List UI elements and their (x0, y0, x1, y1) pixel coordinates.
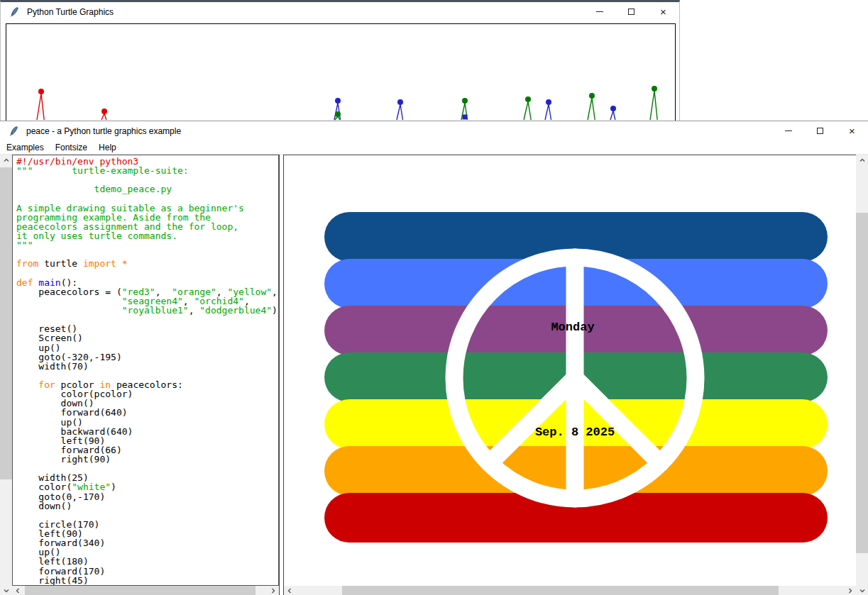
back-canvas (6, 23, 676, 121)
minimize-icon (596, 11, 603, 12)
turtle-figure (463, 115, 468, 120)
canvas-label: Monday (551, 321, 594, 334)
back-close-button[interactable]: × (647, 2, 679, 21)
chevron-left-icon (286, 587, 293, 594)
scroll-right-button[interactable] (268, 586, 279, 595)
front-minimize-button[interactable] (772, 121, 804, 140)
back-window: Python Turtle Graphics × (0, 0, 680, 121)
maximize-icon (628, 9, 634, 15)
turtle-figure (610, 106, 616, 120)
chevron-right-icon (847, 587, 854, 594)
front-window: peace - a Python turtle graphics example… (0, 121, 868, 595)
screen: Python Turtle Graphics × peace - a Pytho… (0, 0, 868, 595)
code-line: down() (16, 501, 278, 511)
back-maximize-button[interactable] (615, 2, 647, 21)
minimize-icon (785, 130, 792, 131)
code-line: """ (16, 240, 278, 250)
canvas-vscrollbar[interactable] (856, 155, 868, 595)
front-maximize-button[interactable] (804, 121, 836, 140)
code-vscroll-thumb[interactable] (0, 167, 12, 479)
turtle-figure (650, 86, 657, 120)
back-window-title: Python Turtle Graphics (27, 7, 114, 17)
back-window-titlebar[interactable]: Python Turtle Graphics × (1, 2, 679, 21)
close-icon: × (660, 6, 666, 17)
code-vscrollbar[interactable] (0, 155, 12, 595)
chevron-up-icon (3, 157, 10, 164)
chevron-up-icon (859, 157, 866, 164)
turtle-figure (37, 89, 44, 120)
code-hscroll-thumb[interactable] (25, 586, 256, 595)
chevron-right-icon (270, 587, 277, 594)
close-icon: × (849, 126, 855, 136)
scroll-left-button[interactable] (284, 586, 295, 595)
back-canvas-drawing (6, 24, 675, 121)
scroll-down-button[interactable] (856, 586, 868, 595)
tk-feather-icon (9, 6, 20, 18)
chevron-left-icon (14, 587, 21, 594)
scroll-up-button[interactable] (0, 155, 12, 166)
canvas-hscroll-thumb[interactable] (342, 586, 779, 595)
turtle-figure (397, 99, 403, 120)
code-line: from turtle import * (16, 259, 278, 268)
turtle-figure (588, 93, 595, 120)
back-minimize-button[interactable] (583, 2, 615, 21)
canvas-hscrollbar[interactable] (284, 586, 856, 595)
canvas-vscroll-thumb[interactable] (856, 213, 868, 553)
canvas-label: Sep. 8 2025 (535, 426, 615, 439)
scroll-left-button[interactable] (12, 586, 23, 595)
scroll-down-button[interactable] (0, 586, 12, 595)
pane-divider (279, 155, 284, 595)
front-window-titlebar[interactable]: peace - a Python turtle graphics example… (0, 121, 868, 140)
tk-feather-icon (8, 126, 19, 137)
turtle-canvas: MondaySep. 8 2025 (284, 155, 856, 586)
front-window-title: peace - a Python turtle graphics example (26, 126, 181, 136)
menu-item-fontsize[interactable]: Fontsize (50, 141, 92, 154)
turtle-figure (524, 96, 531, 120)
code-line: tdemo_peace.py (16, 184, 278, 194)
code-line: """ turtle-example-suite: (16, 166, 278, 175)
scroll-up-button[interactable] (856, 155, 868, 166)
code-line: "royalblue1", "dodgerblue4") (16, 306, 278, 315)
chevron-down-icon (3, 587, 10, 594)
turtle-figure (545, 99, 551, 120)
menubar: Examples Fontsize Help (0, 140, 868, 155)
code-text[interactable]: #!/usr/bin/env python3""" turtle-example… (13, 155, 278, 586)
menu-item-help[interactable]: Help (94, 141, 121, 154)
menu-item-examples[interactable]: Examples (1, 141, 49, 154)
turtle-figure (101, 109, 107, 120)
maximize-icon (817, 128, 823, 134)
front-close-button[interactable]: × (836, 121, 868, 140)
scroll-right-button[interactable] (845, 586, 856, 595)
code-pane: #!/usr/bin/env python3""" turtle-example… (12, 155, 279, 586)
code-line: width(70) (16, 362, 278, 371)
turtle-canvas-drawing: MondaySep. 8 2025 (284, 155, 856, 586)
chevron-down-icon (859, 587, 866, 594)
code-line: it only uses turtle commands. (16, 231, 278, 240)
code-hscrollbar[interactable] (12, 586, 279, 595)
code-line: right(90) (16, 455, 278, 464)
